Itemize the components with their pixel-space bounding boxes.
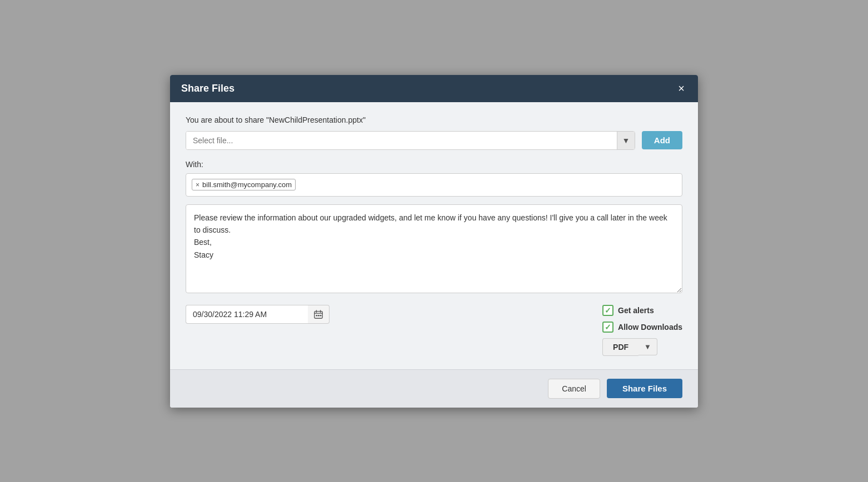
modal-footer: Cancel Share Files [170, 369, 698, 408]
pdf-button[interactable]: PDF [602, 338, 638, 356]
get-alerts-row: ✓ Get alerts [602, 305, 654, 316]
share-files-modal: Share Files × You are about to share "Ne… [170, 75, 698, 408]
recipient-tag: × bill.smith@mycompany.com [192, 179, 296, 190]
datetime-row [186, 305, 330, 324]
add-button[interactable]: Add [642, 131, 682, 149]
checkmark-icon-2: ✓ [605, 323, 611, 332]
modal-header: Share Files × [170, 75, 698, 102]
allow-downloads-checkbox[interactable]: ✓ [602, 322, 613, 333]
options-column: ✓ Get alerts ✓ Allow Downloads PDF [602, 305, 682, 356]
message-textarea[interactable]: Please review the information about our … [186, 204, 682, 293]
close-button[interactable]: × [676, 83, 687, 94]
file-select-input[interactable] [186, 132, 617, 149]
description-text: You are about to share "NewChildPresenta… [186, 116, 682, 124]
get-alerts-checkbox[interactable]: ✓ [602, 305, 613, 316]
get-alerts-label: Get alerts [618, 306, 654, 315]
modal-overlay: Share Files × You are about to share "Ne… [0, 0, 868, 482]
bottom-row: ✓ Get alerts ✓ Allow Downloads PDF [186, 305, 682, 356]
pdf-dropdown-button[interactable]: ▼ [638, 338, 657, 355]
allow-downloads-label: Allow Downloads [618, 323, 682, 332]
datetime-input[interactable] [186, 305, 308, 324]
svg-rect-6 [320, 314, 322, 316]
file-select-dropdown-icon[interactable]: ▼ [617, 132, 635, 149]
with-label: With: [186, 160, 682, 169]
svg-rect-5 [318, 314, 320, 316]
recipient-email: bill.smith@mycompany.com [202, 180, 292, 189]
modal-title: Share Files [181, 83, 235, 94]
modal-body: You are about to share "NewChildPresenta… [170, 102, 698, 369]
allow-downloads-row: ✓ Allow Downloads [602, 322, 682, 333]
recipient-remove-icon[interactable]: × [196, 181, 199, 189]
file-select-row: ▼ Add [186, 131, 682, 150]
recipients-box[interactable]: × bill.smith@mycompany.com [186, 173, 682, 197]
pdf-row: PDF ▼ [602, 338, 657, 356]
checkmark-icon: ✓ [605, 306, 611, 315]
file-select-wrapper: ▼ [186, 131, 635, 150]
share-files-button[interactable]: Share Files [607, 379, 682, 398]
svg-rect-4 [316, 314, 318, 316]
calendar-icon-button[interactable] [308, 305, 330, 324]
cancel-button[interactable]: Cancel [548, 379, 600, 399]
